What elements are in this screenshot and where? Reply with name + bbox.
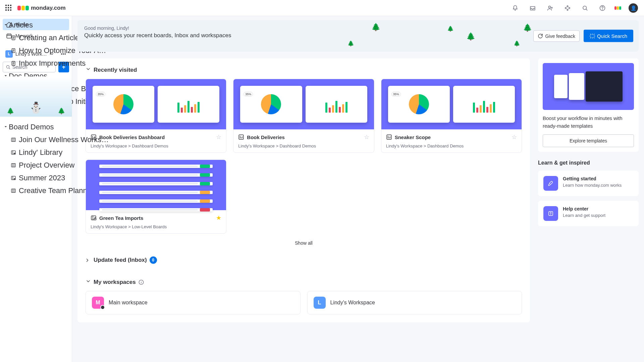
apps-icon[interactable] <box>562 3 573 13</box>
favorite-star-icon[interactable]: ★ <box>216 214 221 222</box>
feedback-label: Give feedback <box>545 33 575 39</box>
favorite-star-icon[interactable]: ☆ <box>216 133 221 141</box>
brand-name: monday.com <box>31 5 66 11</box>
app-switcher-icon[interactable] <box>5 5 12 11</box>
logo-icon <box>17 6 29 10</box>
feedback-icon <box>538 33 543 39</box>
explore-templates-button[interactable]: Explore templates <box>543 134 634 147</box>
workspace-card[interactable]: MMain workspace <box>86 291 301 314</box>
svg-point-29 <box>551 215 551 215</box>
my-workspaces-header[interactable]: My workspaces <box>86 279 522 286</box>
sparkle-icon <box>590 33 595 39</box>
quick-search-button[interactable]: Quick Search <box>584 30 633 42</box>
update-feed-header[interactable]: Update feed (Inbox) 0 <box>86 256 522 264</box>
svg-point-0 <box>549 6 551 8</box>
learn-card[interactable]: Help centerLearn and get support <box>538 201 639 226</box>
svg-rect-26 <box>94 219 96 220</box>
svg-rect-23 <box>239 135 244 139</box>
templates-promo-card: Boost your workflow in minutes with read… <box>538 58 639 152</box>
svg-rect-15 <box>11 138 15 142</box>
recently-visited-header[interactable]: Recently visited <box>86 66 522 73</box>
learn-header: Learn & get inspired <box>538 160 639 166</box>
notifications-icon[interactable] <box>510 3 521 13</box>
templates-promo-text: Boost your workflow in minutes with read… <box>543 115 634 130</box>
search-icon[interactable] <box>580 3 590 13</box>
info-icon[interactable] <box>139 280 144 285</box>
my-workspaces-label: My workspaces <box>94 279 136 286</box>
tree-item[interactable]: Lindy' Library <box>3 146 111 159</box>
give-feedback-button[interactable]: Give feedback <box>533 30 580 42</box>
product-switcher-icon[interactable] <box>614 6 621 10</box>
recent-card[interactable]: 35%Sneaker Scope☆Lindy's Workspace > Das… <box>381 79 522 153</box>
show-all-link[interactable]: Show all <box>86 234 522 247</box>
avatar[interactable]: 👤 <box>628 3 639 13</box>
inbox-count-badge: 0 <box>150 256 157 264</box>
welcome-banner: 🌲 🌲 🌲 🌲 🌲 🌲 Good morning, Lindy! Quickly… <box>77 20 639 52</box>
workspace-card[interactable]: LLindy's Workspace <box>307 291 522 314</box>
inbox-icon[interactable] <box>527 3 538 13</box>
svg-rect-21 <box>11 189 15 193</box>
tree-item[interactable]: Inbox Improvements <box>3 57 111 70</box>
sidebar-decoration: ⛄ 🌲 🌲 <box>0 76 72 117</box>
help-icon[interactable] <box>597 3 608 13</box>
update-feed-label: Update feed (Inbox) <box>94 257 147 263</box>
svg-rect-24 <box>387 135 391 139</box>
favorite-star-icon[interactable]: ☆ <box>512 133 517 141</box>
recent-card[interactable]: 35%Book Deliveries☆Lindy's Workspace > D… <box>233 79 374 153</box>
help-icon <box>543 206 558 221</box>
invite-icon[interactable] <box>545 3 555 13</box>
learn-card[interactable]: Getting startedLearn how monday.com work… <box>538 171 639 196</box>
recent-card[interactable]: Green Tea Imports★Lindy's Workspace > Lo… <box>86 160 226 234</box>
tree-item[interactable]: Join Our Wellness Works… <box>3 133 111 146</box>
favorite-star-icon[interactable]: ☆ <box>364 133 369 141</box>
quick-search-label: Quick Search <box>597 33 627 39</box>
svg-rect-18 <box>11 164 15 167</box>
templates-promo-image <box>543 63 634 110</box>
rocket-icon <box>543 176 558 191</box>
svg-point-3 <box>602 9 603 10</box>
